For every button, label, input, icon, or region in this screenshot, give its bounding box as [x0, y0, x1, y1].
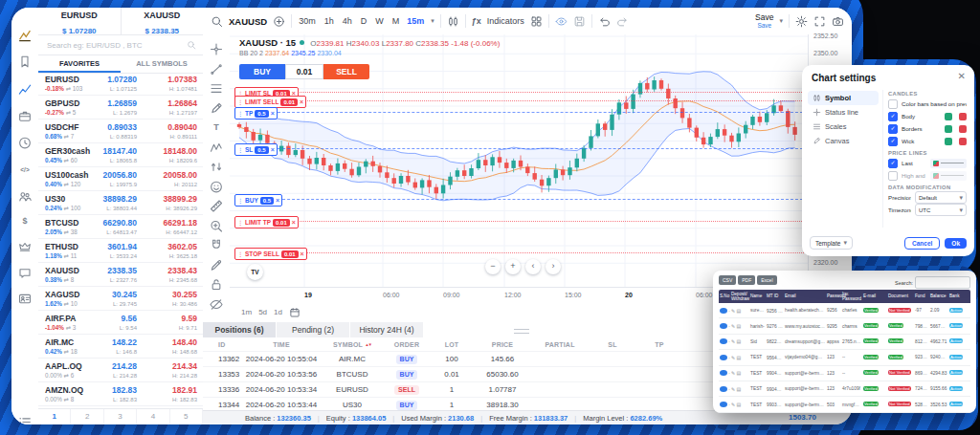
sidebar-item-portfolio-icon[interactable] [18, 109, 33, 123]
bid-price[interactable]: 20056.80 [103, 170, 137, 180]
ask-price[interactable]: 1.26864 [167, 98, 197, 108]
timeframe-D[interactable]: D [360, 16, 368, 26]
page-button-1[interactable]: 1 [38, 409, 71, 424]
order-tag-value[interactable]: 0.01 [281, 250, 299, 258]
ask-price[interactable]: 20058.00 [164, 170, 197, 180]
ruler-icon[interactable] [210, 199, 224, 213]
text-icon[interactable]: T [210, 120, 224, 135]
watchlist-row-XAGUSD[interactable]: XAGUSD1.62% ⇄ 1030.24530.255L: 29.745H: … [38, 287, 203, 311]
admin-row-18[interactable]: 18✎ ▤Sid98228 ✎dreamsupport@gmail.comapp… [719, 335, 970, 350]
admin-column-inv-password[interactable]: Inv. Password [841, 292, 862, 302]
admin-row-28[interactable]: 28✎ ▤TEST99045 ✎support@e-bermuda.in.ai1… [719, 366, 970, 381]
close-icon[interactable]: × [292, 219, 296, 226]
settings-nav-canvas[interactable]: Canvas [808, 134, 879, 148]
action-button[interactable]: Action [949, 386, 963, 391]
color-swatch[interactable] [959, 125, 967, 133]
calendar-icon[interactable] [289, 307, 301, 318]
ok-button[interactable]: Ok [945, 238, 967, 249]
watchlist-row-USDCHF[interactable]: USDCHF0.68% ⇄ 70.890330.89040L: 0.88319H… [38, 120, 203, 143]
pencil-icon[interactable] [210, 258, 224, 272]
bid-price[interactable]: 9.56 [121, 314, 137, 323]
page-button-2[interactable]: 2 [71, 409, 103, 424]
deposit-withdraw-icons[interactable]: ✎ ▤ [730, 338, 749, 344]
timeframe-30m[interactable]: 30m [298, 16, 317, 26]
checkbox[interactable] [888, 99, 898, 109]
ask-price[interactable]: 1.07383 [167, 75, 197, 84]
checkbox[interactable] [888, 171, 898, 181]
fullscreen-icon[interactable] [813, 15, 826, 28]
watchlist-row-GBPUSD[interactable]: GBPUSD-0.27% ⇄ 51.268591.26864L: 1.2679H… [38, 96, 203, 120]
column-header-price[interactable]: PRICE [473, 341, 532, 348]
close-icon[interactable]: × [276, 197, 279, 204]
cancel-button[interactable]: Cancel [904, 237, 940, 250]
admin-column-balance[interactable]: Balance [929, 294, 948, 298]
checkbox[interactable]: ✓ [888, 124, 898, 134]
xabcd-pattern-icon[interactable] [210, 141, 224, 155]
trend-line-icon[interactable] [210, 62, 224, 76]
bid-price[interactable]: 3601.94 [107, 242, 137, 251]
sidebar-item-history-icon[interactable] [18, 136, 33, 150]
symbol-tab-xauusd[interactable]: XAUUSD $ 2338.35 [121, 8, 204, 34]
sidebar-item-watchlist-icon[interactable] [18, 54, 33, 69]
layout-grid-icon[interactable] [530, 15, 543, 28]
deposit-withdraw-icons[interactable]: ✎ ▤ [730, 308, 749, 314]
panel-drag-handle[interactable] [514, 329, 529, 334]
admin-mtid[interactable]: 98228 ✎ [766, 338, 784, 344]
gear-icon[interactable] [795, 15, 808, 28]
watchlist-row-BTCUSD[interactable]: BTCUSD2.05% ⇄ 3866290.8066291.18L: 64813… [38, 215, 203, 239]
template-button[interactable]: Template ▾ [810, 236, 853, 250]
export-button-excel[interactable]: Excel [757, 275, 776, 285]
admin-mtid[interactable]: 99042 ✎ [766, 386, 784, 392]
column-header-tp[interactable]: TP [637, 341, 681, 348]
crosshair-icon[interactable] [210, 42, 224, 56]
settings-nav-status-line[interactable]: Status line [808, 105, 879, 120]
admin-mtid[interactable]: 9256 ✎ [766, 308, 784, 314]
tab-history[interactable]: History 24H (4) [350, 322, 424, 337]
close-icon[interactable]: × [300, 98, 303, 105]
column-header-id[interactable]: ID [203, 341, 241, 348]
emoji-icon[interactable] [210, 180, 224, 194]
fx-icon[interactable]: ƒx [472, 16, 481, 26]
scroll-right-button[interactable]: › [546, 259, 561, 274]
sidebar-item-premium-icon[interactable] [18, 240, 33, 254]
admin-mtid[interactable]: 99045 ✎ [766, 370, 784, 376]
select-timezone[interactable]: UTC▾ [915, 204, 967, 216]
admin-column-fund[interactable]: Fund [914, 294, 929, 298]
bid-price[interactable]: 1.07280 [107, 75, 137, 84]
timeframe-active[interactable]: 15m [406, 16, 425, 26]
tab-positions[interactable]: Positions (6) [203, 322, 277, 337]
save-disk-icon[interactable] [573, 15, 586, 28]
range-button-1m[interactable]: 1m [241, 308, 252, 316]
save-chevron-icon[interactable]: ▾ [779, 17, 783, 25]
action-button[interactable]: Action [949, 402, 963, 406]
deposit-withdraw-icons[interactable]: ✎ ▤ [730, 386, 749, 392]
settings-nav-scales[interactable]: Scales [808, 120, 879, 134]
range-button-5d[interactable]: 5d [258, 308, 267, 316]
buy-button[interactable]: BUY [239, 64, 285, 79]
action-button[interactable]: Action [949, 370, 963, 375]
action-button[interactable]: Action [949, 308, 963, 313]
action-button[interactable]: Action [949, 355, 963, 359]
watchlist-row-EURUSD[interactable]: EURUSD-0.18% ⇄ 1031.072801.07383L: 1.071… [38, 72, 203, 96]
watchlist-row-XAUUSD[interactable]: XAUUSD0.38% ⇄ 82338.352338.43L: 2327.76H… [38, 263, 203, 287]
watchlist-row-GER30cash[interactable]: GER30cash0.45% ⇄ 6018147.4018148.00L: 18… [38, 143, 203, 167]
redo-icon[interactable] [616, 15, 629, 28]
zoom-in-icon[interactable] [210, 219, 224, 233]
admin-mtid[interactable]: 95647 ✎ [766, 355, 784, 360]
bid-price[interactable]: 18147.40 [103, 146, 137, 156]
brush-icon[interactable] [210, 101, 224, 116]
lock-icon[interactable] [210, 277, 224, 292]
order-tag-stop-sell[interactable]: ⋮STOP SELL0.01× [234, 248, 307, 260]
ask-price[interactable]: 18148.00 [164, 146, 197, 156]
admin-column-deposit-withdraw[interactable]: Deposit/ Withdraw [730, 292, 749, 302]
admin-mtid[interactable]: 9276 ✎ [766, 323, 784, 329]
tradingview-logo[interactable]: TV [247, 264, 263, 280]
sidebar-item-charts-icon[interactable] [18, 82, 33, 97]
checkbox[interactable]: ✓ [888, 159, 898, 168]
scroll-left-button[interactable]: ‹ [525, 259, 541, 274]
symbol-tab-eurusd[interactable]: EURUSD $ 1.07280 [38, 8, 121, 34]
admin-column-e-mail[interactable]: E-mail [862, 294, 887, 298]
bid-price[interactable]: 214.28 [112, 361, 137, 371]
watchlist-row-AIR.MC[interactable]: AIR.MC0.42% ⇄ 18148.22148.40L: 146.8H: 1… [38, 335, 203, 359]
timeframe-W[interactable]: W [374, 16, 385, 26]
